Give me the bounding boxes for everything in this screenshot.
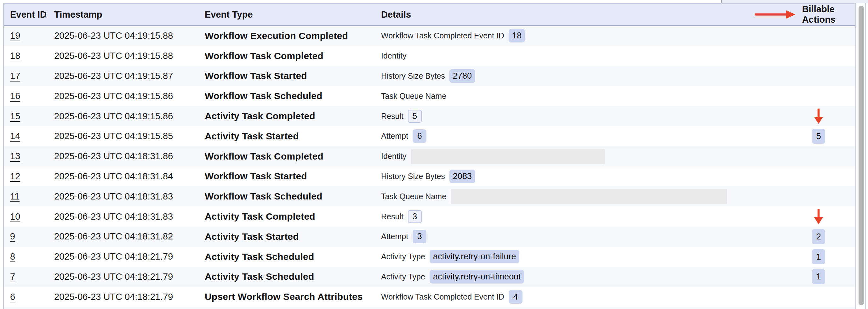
- top-strip: [0, 0, 868, 3]
- event-details-cell: Task Queue Name: [381, 186, 771, 206]
- event-timestamp: 2025-06-23 UTC 04:19:15.87: [54, 66, 205, 86]
- detail-value-badge: 5: [408, 110, 422, 123]
- event-timestamp: 2025-06-23 UTC 04:18:21.79: [54, 247, 205, 267]
- event-details-cell: Result 3: [381, 206, 771, 227]
- detail-value-badge: 6: [412, 129, 427, 143]
- detail-value-badge: 4: [509, 290, 523, 304]
- event-id-cell: 17: [4, 66, 54, 86]
- event-type: Activity Task Started: [205, 126, 381, 146]
- event-id-link[interactable]: 10: [10, 211, 20, 222]
- column-header-billable-actions-label: Billable Actions: [802, 4, 836, 25]
- event-type: Activity Task Scheduled: [205, 247, 381, 267]
- event-id-link[interactable]: 9: [10, 231, 15, 242]
- billable-actions-cell: [771, 287, 856, 307]
- detail-value-badge: 18: [509, 29, 525, 42]
- column-header-billable-actions: Billable Actions: [771, 4, 856, 25]
- detail-label: Result: [381, 112, 403, 121]
- event-id-link[interactable]: 19: [10, 31, 20, 41]
- detail-value-badge: 3: [412, 230, 427, 243]
- event-id-cell: 9: [4, 227, 54, 247]
- event-timestamp: 2025-06-23 UTC 04:19:15.88: [54, 26, 205, 46]
- event-id-cell: 14: [4, 126, 54, 146]
- billable-actions-cell: [771, 86, 856, 106]
- event-type: Workflow Task Scheduled: [205, 186, 381, 206]
- detail-redacted-value: [451, 189, 727, 204]
- table-row[interactable]: 19 2025-06-23 UTC 04:19:15.88 Workflow E…: [4, 26, 856, 46]
- table-row[interactable]: 11 2025-06-23 UTC 04:18:31.83 Workflow T…: [4, 186, 856, 206]
- table-row[interactable]: 15 2025-06-23 UTC 04:19:15.86 Activity T…: [4, 106, 856, 126]
- table-row[interactable]: 9 2025-06-23 UTC 04:18:31.82 Activity Ta…: [4, 227, 856, 247]
- detail-label: History Size Bytes: [381, 71, 445, 80]
- event-type: Activity Task Scheduled: [205, 267, 381, 287]
- event-type: Upsert Workflow Search Attributes: [205, 287, 381, 307]
- billable-count-badge: 5: [812, 129, 825, 144]
- event-id-link[interactable]: 11: [10, 191, 20, 202]
- event-type: Workflow Task Completed: [205, 146, 381, 167]
- billable-count-badge: 1: [812, 269, 825, 284]
- event-timestamp: 2025-06-23 UTC 04:18:31.86: [54, 146, 205, 167]
- red-down-arrow-annotation-icon: [812, 208, 825, 225]
- billable-count-badge: 2: [812, 229, 825, 244]
- table-row[interactable]: 14 2025-06-23 UTC 04:19:15.85 Activity T…: [4, 126, 856, 146]
- top-strip-divider: [721, 0, 722, 3]
- event-id-cell: 15: [4, 106, 54, 126]
- billable-actions-cell: 2: [771, 227, 856, 247]
- table-row[interactable]: 18 2025-06-23 UTC 04:19:15.88 Workflow T…: [4, 46, 856, 66]
- event-id-link[interactable]: 6: [10, 292, 15, 302]
- event-timestamp: 2025-06-23 UTC 04:19:15.85: [54, 126, 205, 146]
- event-type: Workflow Task Started: [205, 167, 381, 186]
- event-timestamp: 2025-06-23 UTC 04:18:31.83: [54, 206, 205, 227]
- event-id-link[interactable]: 8: [10, 251, 15, 262]
- billable-actions-cell: 1: [771, 267, 856, 287]
- detail-label: Attempt: [381, 132, 408, 141]
- detail-label: Attempt: [381, 232, 408, 241]
- billable-actions-cell: [771, 206, 856, 227]
- column-header-timestamp: Timestamp: [54, 4, 205, 25]
- vertical-scrollbar-thumb[interactable]: [859, 6, 864, 305]
- billable-actions-cell: [771, 26, 856, 46]
- billable-actions-cell: [771, 186, 856, 206]
- event-timestamp: 2025-06-23 UTC 04:19:15.86: [54, 106, 205, 126]
- billable-actions-cell: [771, 167, 856, 186]
- event-id-cell: 19: [4, 26, 54, 46]
- table-row[interactable]: 13 2025-06-23 UTC 04:18:31.86 Workflow T…: [4, 146, 856, 167]
- event-id-cell: 6: [4, 287, 54, 307]
- billable-actions-cell: 5: [771, 126, 856, 146]
- billable-count-badge: 1: [812, 249, 825, 264]
- event-id-link[interactable]: 17: [10, 71, 20, 81]
- event-type: Workflow Task Scheduled: [205, 86, 381, 106]
- table-row[interactable]: 10 2025-06-23 UTC 04:18:31.83 Activity T…: [4, 206, 856, 227]
- event-timestamp: 2025-06-23 UTC 04:18:31.83: [54, 186, 205, 206]
- detail-value-badge: 2780: [450, 69, 475, 83]
- event-id-cell: 16: [4, 86, 54, 106]
- billable-actions-cell: [771, 106, 856, 126]
- detail-label: Result: [381, 212, 403, 221]
- table-row[interactable]: 12 2025-06-23 UTC 04:18:31.84 Workflow T…: [4, 167, 856, 186]
- table-row[interactable]: 17 2025-06-23 UTC 04:19:15.87 Workflow T…: [4, 66, 856, 86]
- event-id-link[interactable]: 12: [10, 171, 20, 181]
- table-header-row: Event ID Timestamp Event Type Details Bi…: [4, 3, 856, 26]
- detail-label: Workflow Task Completed Event ID: [381, 31, 504, 40]
- event-id-link[interactable]: 13: [10, 151, 20, 162]
- table-row[interactable]: 8 2025-06-23 UTC 04:18:21.79 Activity Ta…: [4, 247, 856, 267]
- table-row[interactable]: 6 2025-06-23 UTC 04:18:21.79 Upsert Work…: [4, 287, 856, 307]
- detail-value-badge: activity.retry-on-failure: [430, 250, 520, 263]
- event-id-link[interactable]: 7: [10, 272, 15, 282]
- event-id-link[interactable]: 18: [10, 51, 20, 61]
- table-row[interactable]: 16 2025-06-23 UTC 04:19:15.86 Workflow T…: [4, 86, 856, 106]
- event-id-link[interactable]: 15: [10, 111, 20, 122]
- event-timestamp: 2025-06-23 UTC 04:19:15.86: [54, 86, 205, 106]
- detail-label: History Size Bytes: [381, 172, 445, 181]
- event-details-cell: Activity Type activity.retry-on-failure: [381, 247, 771, 267]
- event-history-screen: Event ID Timestamp Event Type Details Bi…: [0, 0, 868, 309]
- event-id-link[interactable]: 16: [10, 91, 20, 101]
- event-details-cell: Activity Type activity.retry-on-timeout: [381, 267, 771, 287]
- detail-label: Activity Type: [381, 252, 425, 261]
- detail-value-badge: 2083: [450, 170, 475, 183]
- event-details-cell: Identity: [381, 146, 771, 167]
- event-details-cell: Workflow Task Completed Event ID 18: [381, 26, 771, 46]
- event-timestamp: 2025-06-23 UTC 04:18:31.82: [54, 227, 205, 247]
- event-id-link[interactable]: 14: [10, 131, 20, 141]
- table-row[interactable]: 7 2025-06-23 UTC 04:18:21.79 Activity Ta…: [4, 267, 856, 287]
- table-body: 19 2025-06-23 UTC 04:19:15.88 Workflow E…: [4, 26, 856, 307]
